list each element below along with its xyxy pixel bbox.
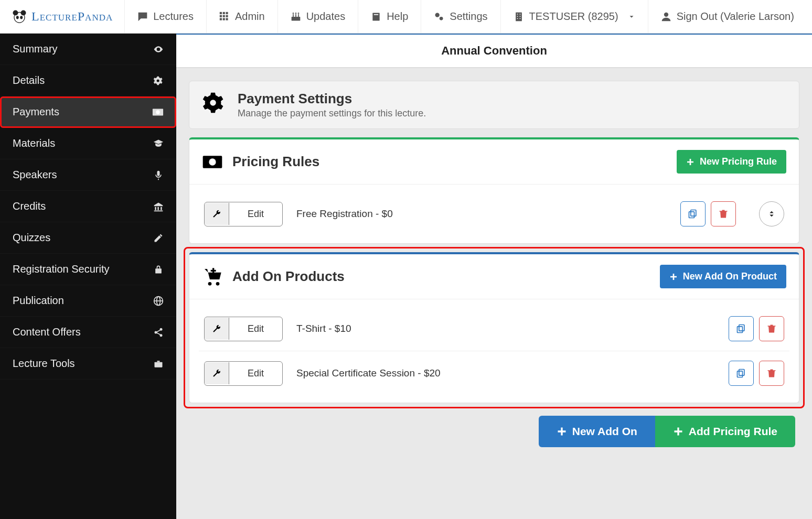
share-icon [153,327,164,338]
pricing-rule-row: Edit Free Registration - $0 [199,192,789,236]
birthday-icon [291,12,301,22]
nav-lectures[interactable]: Lectures [124,0,206,33]
svg-point-46 [16,16,19,19]
pricing-rule-label: Free Registration - $0 [296,208,667,220]
gears-icon [434,12,444,22]
svg-point-44 [13,10,18,15]
cogs-icon [202,91,226,115]
delete-button[interactable] [759,361,784,386]
sidebar-item-quizzes[interactable]: Quizzes [0,222,176,254]
book-icon [371,12,381,22]
nav-org-switcher[interactable]: TESTUSER (8295) [500,0,648,33]
nav-updates[interactable]: Updates [277,0,358,33]
sidebar-item-label: Publication [13,295,64,307]
sort-icon [767,209,776,219]
sidebar-item-speakers[interactable]: Speakers [0,159,176,191]
footer-actions: New Add On Add Pricing Rule [189,412,799,451]
money-icon [202,152,223,172]
eye-icon [153,44,164,55]
button-label: Edit [229,362,282,385]
button-label: New Add On Product [683,271,777,282]
sidebar-item-publication[interactable]: Publication [0,285,176,317]
sidebar-item-label: Lecture Tools [13,358,75,370]
plus-icon [557,426,567,437]
nav-org-label: TESTUSER (8295) [529,10,618,23]
trash-icon [766,368,777,379]
svg-point-47 [20,16,23,19]
sort-handle[interactable] [759,201,784,226]
nav-settings[interactable]: Settings [421,0,500,33]
panda-icon [12,9,27,25]
money-icon [152,106,164,118]
brand-text: LecturePanda [31,9,113,24]
sidebar-item-summary[interactable]: Summary [0,34,176,65]
sidebar-item-materials[interactable]: Materials [0,128,176,159]
sidebar-item-content-offers[interactable]: Content Offers [0,317,176,348]
nav-updates-label: Updates [306,10,346,23]
sidebar-item-label: Credits [13,200,46,212]
pencil-icon [153,233,164,243]
plus-icon [686,158,695,166]
copy-button[interactable] [680,201,706,226]
pricing-rules-panel: Pricing Rules New Pricing Rule Edit Free… [189,137,799,244]
sidebar-item-details[interactable]: Details [0,65,176,96]
content-area: Annual Convention Payment Settings Manag… [176,34,812,519]
button-label: Add Pricing Rule [689,425,777,438]
nav-help-label: Help [387,10,408,23]
graduation-cap-icon [153,138,164,149]
delete-button[interactable] [759,316,784,341]
plus-icon [669,273,678,281]
sidebar-item-label: Speakers [13,169,57,181]
edit-button[interactable]: Edit [204,361,283,386]
comment-icon [137,12,148,22]
copy-icon [736,368,746,379]
sidebar-item-lecture-tools[interactable]: Lecture Tools [0,348,176,380]
payment-settings-title: Payment Settings [238,91,426,107]
grid-icon [219,12,230,22]
addon-row: Edit Special Certificate Session - $20 [199,351,789,395]
user-icon [661,12,671,22]
sidebar-item-registration-security[interactable]: Registration Security [0,254,176,285]
nav-settings-label: Settings [450,10,487,23]
brand-logo[interactable]: LecturePanda [0,0,124,33]
new-addon-product-button[interactable]: New Add On Product [660,265,786,288]
nav-signout[interactable]: Sign Out (Valerie Larson) [648,0,807,33]
bank-icon [153,201,164,212]
briefcase-icon [153,359,164,369]
button-label: New Pricing Rule [700,156,777,167]
add-pricing-rule-button[interactable]: Add Pricing Rule [655,416,795,447]
copy-button[interactable] [729,361,754,386]
nav-admin[interactable]: Admin [206,0,277,33]
copy-icon [688,209,698,219]
sidebar-item-credits[interactable]: Credits [0,191,176,222]
addon-products-panel: Add On Products New Add On Product Edit … [189,252,799,403]
top-nav: LecturePanda Lectures Admin Updates Help… [0,0,812,34]
button-label: Edit [229,202,282,226]
new-pricing-rule-button[interactable]: New Pricing Rule [677,150,786,174]
plus-icon [673,426,683,437]
trash-icon [766,323,777,334]
addon-row: Edit T-Shirt - $10 [199,307,789,351]
button-label: New Add On [572,425,637,438]
trash-icon [718,209,729,219]
copy-icon [736,323,746,334]
addon-highlight-box: Add On Products New Add On Product Edit … [189,252,799,403]
edit-button[interactable]: Edit [204,202,283,226]
addon-products-title: Add On Products [232,268,345,285]
addon-label: T-Shirt - $10 [296,323,715,334]
sidebar-item-label: Materials [13,137,55,149]
new-addon-button[interactable]: New Add On [539,416,655,447]
nav-help[interactable]: Help [358,0,421,33]
sidebar-item-payments[interactable]: Payments [0,96,176,128]
delete-button[interactable] [711,201,736,226]
wrench-icon [212,324,221,333]
edit-button[interactable]: Edit [204,317,283,341]
copy-button[interactable] [729,316,754,341]
payment-settings-subtitle: Manage the payment settings for this lec… [238,108,426,119]
sidebar-item-label: Payments [13,106,59,118]
addon-label: Special Certificate Session - $20 [296,367,715,379]
payment-settings-panel: Payment Settings Manage the payment sett… [189,81,799,129]
microphone-icon [153,170,164,180]
sidebar-item-label: Registration Security [13,263,110,275]
building-icon [514,12,524,22]
